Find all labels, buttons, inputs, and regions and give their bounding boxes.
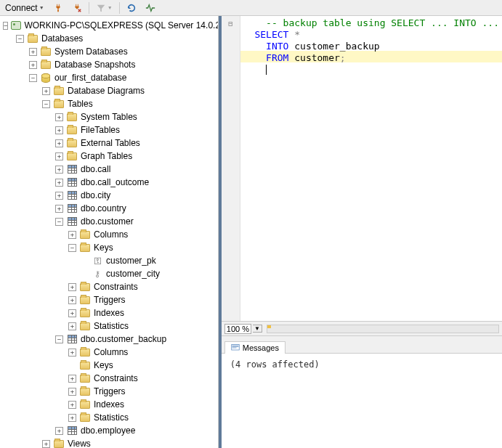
expand-icon[interactable]: +	[55, 113, 63, 121]
folder-icon	[53, 86, 65, 96]
node-label: dbo.call	[81, 164, 110, 174]
fk-key-node[interactable]: ⚷customer_city	[0, 267, 218, 280]
statistics-node[interactable]: +Statistics	[0, 411, 218, 424]
expand-icon[interactable]: +	[55, 427, 63, 435]
collapse-icon[interactable]: −	[55, 335, 63, 343]
messages-tab[interactable]: Messages	[224, 341, 286, 354]
collapse-icon[interactable]: −	[55, 218, 63, 226]
messages-output[interactable]: (4 rows affected)	[222, 354, 502, 448]
activity-monitor-button[interactable]	[143, 2, 158, 14]
table-node-customer[interactable]: −dbo.customer	[0, 215, 218, 228]
expand-icon[interactable]: +	[29, 48, 37, 56]
folder-icon	[53, 439, 65, 448]
expand-icon[interactable]: +	[68, 375, 76, 383]
system-databases-node[interactable]: +System Databases	[0, 45, 218, 58]
expand-icon[interactable]: +	[68, 309, 76, 317]
zoom-dropdown-icon[interactable]: ▼	[253, 325, 262, 333]
connect-label: Connect	[5, 3, 38, 13]
triggers-node[interactable]: +Triggers	[0, 385, 218, 398]
columns-node[interactable]: +Columns	[0, 228, 218, 241]
expand-icon[interactable]: +	[68, 322, 76, 330]
table-node-call[interactable]: +dbo.call	[0, 163, 218, 176]
keys-node[interactable]: Keys	[0, 359, 218, 372]
expand-icon[interactable]: +	[68, 231, 76, 239]
collapse-icon[interactable]: −	[29, 74, 37, 82]
expand-icon[interactable]: +	[55, 126, 63, 134]
expand-icon[interactable]: +	[68, 283, 76, 291]
triggers-node[interactable]: +Triggers	[0, 293, 218, 306]
folder-icon	[79, 282, 91, 292]
table-node-call-outcome[interactable]: +dbo.call_outcome	[0, 176, 218, 189]
system-tables-node[interactable]: +System Tables	[0, 110, 218, 123]
disconnect-button[interactable]	[70, 2, 84, 14]
connect-plug-button[interactable]	[51, 2, 65, 14]
plug-x-icon	[72, 3, 82, 13]
connect-button[interactable]: Connect ▼	[3, 2, 46, 14]
sql-editor[interactable]: ⊟ -- backup table using SELECT ... INTO …	[222, 16, 502, 322]
indexes-node[interactable]: +Indexes	[0, 306, 218, 319]
our-first-database-node[interactable]: −our_first_database	[0, 71, 218, 84]
zoom-value[interactable]: 100 %	[224, 324, 251, 334]
pk-key-node[interactable]: ⚿customer_pk	[0, 254, 218, 267]
indexes-node[interactable]: +Indexes	[0, 398, 218, 411]
expand-icon[interactable]: +	[68, 388, 76, 396]
expand-icon[interactable]: +	[55, 179, 63, 187]
table-node-city[interactable]: +dbo.city	[0, 189, 218, 202]
node-label: FileTables	[81, 125, 120, 135]
code-area[interactable]: -- backup table using SELECT ... INTO ..…	[240, 16, 502, 321]
expand-icon[interactable]: +	[68, 349, 76, 357]
node-label: Constraints	[94, 373, 138, 383]
expand-icon[interactable]: +	[42, 440, 50, 448]
object-explorer-tree[interactable]: − WORKING-PC\SQLEXPRESS (SQL Server 14.0…	[0, 16, 219, 448]
table-node-customer-backup[interactable]: −dbo.customer_backup	[0, 333, 218, 346]
server-node[interactable]: − WORKING-PC\SQLEXPRESS (SQL Server 14.0…	[0, 19, 218, 32]
node-label: Constraints	[94, 282, 138, 292]
expand-icon[interactable]: +	[55, 139, 63, 147]
graph-tables-node[interactable]: +Graph Tables	[0, 150, 218, 163]
expand-icon[interactable]: +	[68, 401, 76, 409]
collapse-icon[interactable]: −	[3, 22, 8, 30]
messages-icon	[231, 343, 240, 352]
code-line: SELECT *	[243, 29, 499, 41]
node-label: Columns	[94, 229, 128, 240]
expand-icon[interactable]: +	[55, 152, 63, 160]
table-icon	[66, 334, 78, 344]
expand-icon[interactable]: +	[68, 296, 76, 304]
views-node[interactable]: +Views	[0, 437, 218, 448]
file-tables-node[interactable]: +FileTables	[0, 123, 218, 137]
databases-node[interactable]: − Databases	[0, 32, 218, 45]
node-label: dbo.customer_backup	[81, 334, 166, 344]
activity-icon	[145, 3, 155, 13]
expand-icon[interactable]: +	[55, 166, 63, 174]
collapse-icon[interactable]: −	[68, 244, 76, 252]
table-node-country[interactable]: +dbo.country	[0, 202, 218, 215]
columns-node[interactable]: +Columns	[0, 346, 218, 359]
database-diagrams-node[interactable]: +Database Diagrams	[0, 84, 218, 97]
expand-icon[interactable]: +	[55, 192, 63, 200]
node-label: Database Diagrams	[68, 86, 145, 96]
tables-node[interactable]: −Tables	[0, 97, 218, 110]
keys-node[interactable]: −Keys	[0, 241, 218, 254]
collapse-icon[interactable]: −	[16, 35, 24, 43]
database-snapshots-node[interactable]: +Database Snapshots	[0, 58, 218, 71]
code-line: -- backup table using SELECT ... INTO ..…	[243, 17, 499, 29]
outline-collapse-icon[interactable]: ⊟	[222, 17, 240, 29]
horizontal-scrollbar[interactable]	[267, 325, 499, 333]
constraints-node[interactable]: +Constraints	[0, 372, 218, 385]
expand-icon[interactable]: +	[29, 61, 37, 69]
statistics-node[interactable]: +Statistics	[0, 319, 218, 333]
refresh-button[interactable]	[124, 2, 139, 14]
node-label: dbo.customer	[81, 216, 134, 227]
node-label: our_first_database	[54, 73, 126, 83]
plug-icon	[53, 3, 63, 13]
folder-icon	[66, 112, 78, 122]
filter-button[interactable]: ▼	[94, 2, 115, 14]
table-node-employee[interactable]: +dbo.employee	[0, 424, 218, 437]
constraints-node[interactable]: +Constraints	[0, 280, 218, 293]
expand-icon[interactable]: +	[55, 205, 63, 213]
node-label: Triggers	[94, 295, 126, 305]
expand-icon[interactable]: +	[42, 87, 50, 95]
external-tables-node[interactable]: +External Tables	[0, 137, 218, 150]
collapse-icon[interactable]: −	[42, 100, 50, 108]
expand-icon[interactable]: +	[68, 414, 76, 422]
